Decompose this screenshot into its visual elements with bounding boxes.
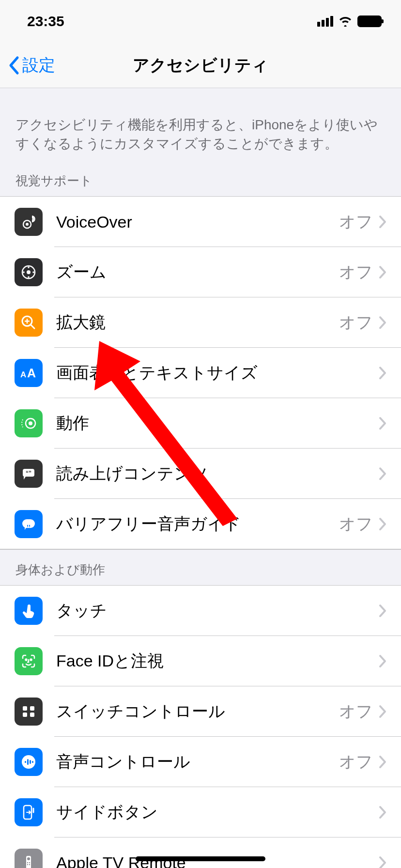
svg-rect-29 <box>30 760 31 764</box>
svg-point-37 <box>27 864 28 865</box>
row-value: オフ <box>339 751 373 773</box>
row-value: オフ <box>339 211 373 233</box>
svg-point-20 <box>26 659 27 661</box>
svg-point-36 <box>29 862 30 863</box>
svg-point-21 <box>31 659 32 661</box>
row-label: 画面表示とテキストサイズ <box>56 362 379 384</box>
battery-icon <box>357 16 382 27</box>
physical-motor-list: タッチ Face IDと注視 スイッチコントロール オフ 音声コントロール オフ <box>0 585 401 868</box>
svg-point-15 <box>29 421 32 425</box>
back-button[interactable]: 設定 <box>8 54 55 77</box>
status-icons <box>317 16 382 27</box>
row-side-button[interactable]: サイドボタン <box>0 787 401 837</box>
chevron-right-icon <box>379 755 386 769</box>
section-header-physical: 身体および動作 <box>0 550 401 585</box>
voice-control-icon <box>15 748 43 776</box>
section-header-visual: 視覚サポート <box>0 161 401 196</box>
chevron-right-icon <box>379 366 386 380</box>
row-label: Face IDと注視 <box>56 650 379 672</box>
home-indicator <box>136 856 265 861</box>
cellular-signal-icon <box>317 16 333 27</box>
row-label: VoiceOver <box>56 213 339 232</box>
text-size-icon: AA <box>15 359 43 387</box>
row-label: サイドボタン <box>56 801 379 823</box>
row-label: バリアフリー音声ガイド <box>56 513 339 535</box>
faceid-icon <box>15 647 43 675</box>
svg-point-7 <box>32 272 34 274</box>
chevron-right-icon <box>379 806 386 819</box>
navigation-bar: 設定 アクセシビリティ <box>0 43 401 88</box>
chevron-right-icon <box>379 856 386 868</box>
row-label: 音声コントロール <box>56 751 339 773</box>
wifi-icon <box>338 16 353 27</box>
side-button-icon <box>15 798 43 826</box>
row-label: 動作 <box>56 412 379 434</box>
svg-rect-28 <box>27 759 29 765</box>
row-label: 拡大鏡 <box>56 311 339 334</box>
svg-point-35 <box>27 862 28 863</box>
svg-point-38 <box>29 864 30 865</box>
svg-rect-27 <box>25 761 26 763</box>
svg-text:A: A <box>20 370 26 379</box>
page-title: アクセシビリティ <box>133 54 268 77</box>
row-label: スイッチコントロール <box>56 700 339 723</box>
row-voiceover[interactable]: VoiceOver オフ <box>0 197 401 247</box>
row-value: オフ <box>339 311 373 334</box>
row-spoken-content[interactable]: “” 読み上げコンテンツ <box>0 449 401 499</box>
intro-description: アクセシビリティ機能を利用すると、iPhoneをより使いやすくなるようにカスタマ… <box>0 88 401 161</box>
row-display-text[interactable]: AA 画面表示とテキストサイズ <box>0 348 401 398</box>
svg-point-34 <box>27 857 30 860</box>
row-touch[interactable]: タッチ <box>0 586 401 636</box>
svg-rect-25 <box>30 713 34 717</box>
chevron-right-icon <box>379 265 386 279</box>
switch-icon <box>15 698 43 726</box>
voiceover-icon <box>15 208 43 236</box>
chevron-right-icon <box>379 215 386 229</box>
svg-point-1 <box>26 223 29 226</box>
visual-support-list: VoiceOver オフ ズーム オフ 拡大鏡 オフ AA 画面表示とテキストサ… <box>0 196 401 550</box>
row-value: オフ <box>339 261 373 283</box>
row-voice-control[interactable]: 音声コントロール オフ <box>0 737 401 787</box>
chevron-right-icon <box>379 604 386 618</box>
row-value: オフ <box>339 700 373 723</box>
chevron-right-icon <box>379 467 386 480</box>
svg-point-3 <box>27 270 31 274</box>
touch-icon <box>15 597 43 625</box>
chevron-right-icon <box>379 654 386 668</box>
svg-text:,,: ,, <box>27 520 31 527</box>
svg-rect-24 <box>23 713 27 717</box>
chevron-right-icon <box>379 417 386 430</box>
svg-line-9 <box>31 325 34 328</box>
svg-rect-23 <box>30 706 34 711</box>
svg-point-5 <box>28 277 30 279</box>
audio-desc-icon: ,, <box>15 510 43 538</box>
zoom-icon <box>15 258 43 286</box>
row-faceid[interactable]: Face IDと注視 <box>0 636 401 686</box>
chevron-right-icon <box>379 316 386 329</box>
chevron-right-icon <box>379 705 386 718</box>
svg-point-4 <box>28 267 30 269</box>
row-value: オフ <box>339 513 373 535</box>
row-zoom[interactable]: ズーム オフ <box>0 247 401 297</box>
row-label: ズーム <box>56 261 339 283</box>
speech-icon: “” <box>15 460 43 488</box>
magnifier-icon <box>15 309 43 337</box>
row-label: タッチ <box>56 600 379 622</box>
row-motion[interactable]: 動作 <box>0 398 401 449</box>
svg-rect-22 <box>23 706 27 711</box>
svg-text:A: A <box>27 366 36 380</box>
remote-icon <box>15 849 43 868</box>
row-switch-control[interactable]: スイッチコントロール オフ <box>0 686 401 737</box>
row-audio-descriptions[interactable]: ,, バリアフリー音声ガイド オフ <box>0 499 401 549</box>
chevron-right-icon <box>379 517 386 531</box>
svg-text:“”: “” <box>26 470 31 477</box>
motion-icon <box>15 409 43 437</box>
chevron-left-icon <box>8 56 19 75</box>
svg-point-6 <box>23 272 25 274</box>
row-apple-tv-remote[interactable]: Apple TV Remote <box>0 837 401 868</box>
status-time: 23:35 <box>27 13 64 30</box>
row-magnifier[interactable]: 拡大鏡 オフ <box>0 297 401 348</box>
back-label: 設定 <box>22 54 55 77</box>
svg-rect-30 <box>32 761 33 763</box>
row-label: 読み上げコンテンツ <box>56 463 379 485</box>
